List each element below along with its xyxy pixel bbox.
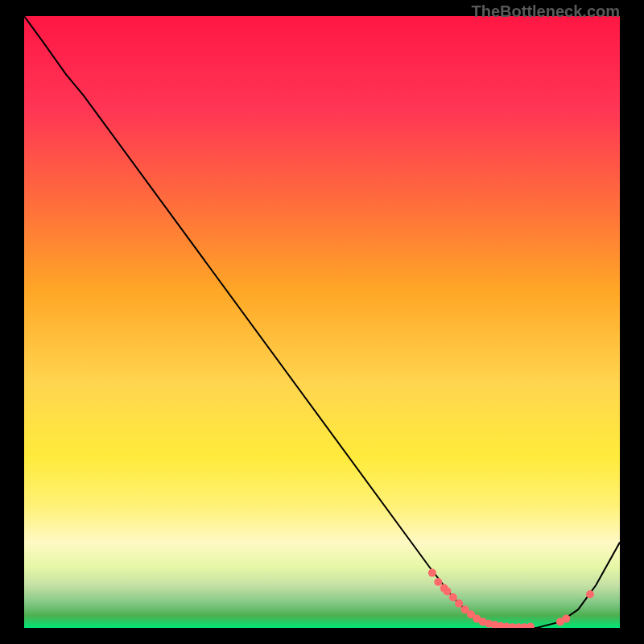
data-markers	[428, 569, 594, 628]
data-point	[428, 569, 436, 577]
data-point	[455, 600, 463, 608]
chart-container	[24, 16, 620, 628]
bottleneck-curve	[24, 16, 620, 628]
watermark: TheBottleneck.com	[472, 2, 620, 21]
data-point	[526, 622, 535, 628]
chart-svg	[24, 16, 620, 628]
data-point	[443, 587, 451, 595]
data-point	[562, 615, 570, 623]
data-point	[586, 590, 594, 598]
data-point	[449, 593, 457, 601]
data-point	[434, 578, 442, 586]
